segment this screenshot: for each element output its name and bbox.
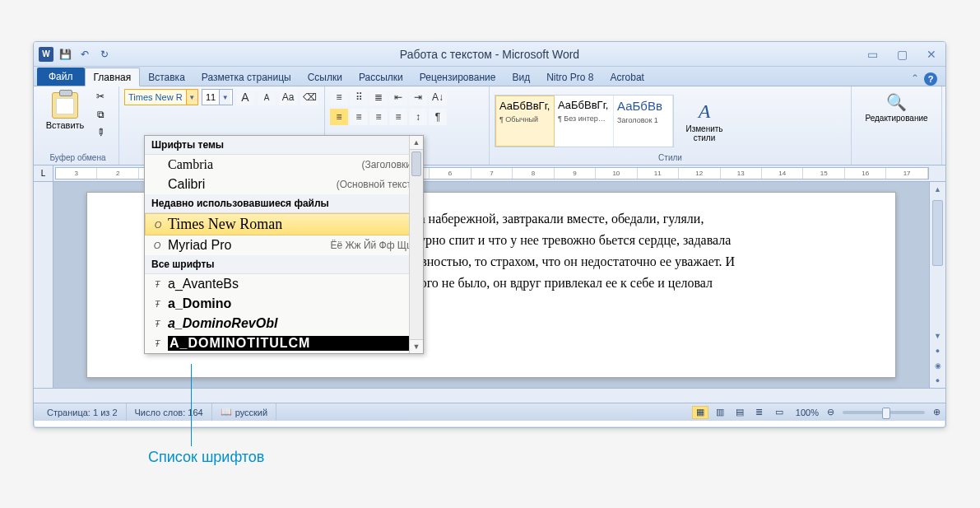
clipboard-icon	[52, 92, 78, 119]
cut-icon[interactable]	[93, 89, 108, 104]
editing-button[interactable]: 🔍 Редактирование	[860, 89, 934, 126]
font-family-value: Times New R	[125, 92, 186, 102]
zoom-slider[interactable]	[843, 411, 925, 414]
ribbon-minimize-icon[interactable]: ⌃	[911, 72, 919, 86]
all-fonts-header: Все шрифты	[145, 255, 423, 274]
styles-gallery[interactable]: АаБбВвГг, ¶ Обычный АаБбВвГг, ¶ Без инте…	[495, 95, 674, 147]
recent-font-times[interactable]: O Times New Roman	[145, 213, 423, 235]
tab-acrobat[interactable]: Acrobat	[602, 68, 653, 86]
status-wordcount[interactable]: Число слов: 164	[127, 403, 212, 421]
zoom-in-icon[interactable]: ⊕	[933, 407, 941, 417]
close-button[interactable]: ✕	[922, 48, 941, 61]
copy-icon[interactable]	[93, 107, 108, 122]
align-left-icon[interactable]: ≡	[330, 109, 348, 125]
maximize-button[interactable]: ▢	[893, 48, 911, 61]
line-spacing-icon[interactable]: ↕	[409, 109, 427, 125]
zoom-out-icon[interactable]: ⊖	[827, 407, 834, 417]
change-case-button[interactable]: Aa	[279, 89, 297, 105]
bullets-icon[interactable]: ≡	[330, 89, 348, 105]
tab-home[interactable]: Главная	[85, 68, 141, 86]
style-no-spacing[interactable]: АаБбВвГг, ¶ Без интер…	[555, 96, 614, 147]
scroll-thumb[interactable]	[932, 200, 943, 266]
dropdown-scroll-thumb[interactable]	[411, 151, 421, 176]
grow-font-button[interactable]: A	[236, 89, 254, 105]
redo-icon[interactable]: ↻	[96, 46, 113, 63]
justify-icon[interactable]: ≡	[389, 109, 407, 125]
tab-view[interactable]: Вид	[504, 68, 538, 86]
tab-selector[interactable]: L	[34, 165, 53, 181]
vertical-scrollbar[interactable]: ▲ ▼ ● ◉ ●	[929, 182, 945, 388]
dropdown-scroll-up-icon[interactable]: ▲	[410, 136, 423, 150]
tab-page-layout[interactable]: Разметка страницы	[193, 68, 300, 86]
horizontal-scrollbar[interactable]	[34, 388, 945, 403]
numbering-icon[interactable]: ⠿	[350, 89, 368, 105]
sort-icon[interactable]: A↓	[429, 89, 447, 105]
view-outline-icon[interactable]: ≣	[751, 406, 768, 419]
font-family-combo[interactable]: Times New R ▼	[124, 89, 198, 105]
recent-font-myriad[interactable]: O Myriad Pro Ёё Жж Йй Фф Щщ	[145, 235, 423, 255]
font-domino[interactable]: Ŧ a_Domino	[145, 294, 423, 314]
indent-inc-icon[interactable]: ⇥	[409, 89, 427, 105]
doc-line: , что дурно спит и что у нее тревожно бь…	[383, 231, 871, 250]
tab-insert[interactable]: Вставка	[140, 68, 193, 86]
theme-font-calibri[interactable]: Calibri (Основной текст)	[145, 175, 423, 194]
recent-fonts-header: Недавно использовавшиеся файлы	[145, 194, 423, 213]
clipboard-group-label: Буфер обмена	[42, 153, 114, 164]
binoculars-icon: 🔍	[886, 92, 907, 112]
clear-format-icon[interactable]: ⌫	[300, 89, 318, 105]
titlebar: W 💾 ↶ ↻ Работа с текстом - Microsoft Wor…	[34, 42, 945, 67]
font-dominorevobl[interactable]: Ŧ a_DominoRevObl	[145, 314, 423, 333]
minimize-button[interactable]: ▭	[863, 48, 881, 61]
group-editing: 🔍 Редактирование	[852, 86, 942, 165]
dropdown-scroll-down-icon[interactable]: ▼	[410, 339, 423, 353]
scroll-up-icon[interactable]: ▲	[930, 182, 945, 197]
show-marks-icon[interactable]: ¶	[429, 109, 447, 125]
indent-dec-icon[interactable]: ⇤	[389, 89, 407, 105]
scroll-down-icon[interactable]: ▼	[930, 329, 945, 343]
opentype-icon: O	[151, 220, 165, 230]
status-language[interactable]: 📖 русский	[212, 403, 276, 421]
save-icon[interactable]: 💾	[57, 46, 73, 63]
status-page[interactable]: Страница: 1 из 2	[39, 403, 127, 421]
font-size-value: 11	[202, 92, 219, 102]
tab-review[interactable]: Рецензирование	[411, 68, 504, 86]
align-right-icon[interactable]: ≡	[369, 109, 388, 125]
theme-font-cambria[interactable]: Cambria (Заголовки)	[145, 155, 423, 175]
change-styles-button[interactable]: A Изменить стили	[679, 97, 730, 146]
vertical-ruler[interactable]	[34, 182, 53, 388]
paste-button[interactable]: Вставить	[42, 89, 88, 133]
undo-icon[interactable]: ↶	[77, 46, 93, 63]
font-dropdown-panel: Шрифты темы Cambria (Заголовки) Calibri …	[144, 135, 424, 354]
scroll-track[interactable]	[930, 197, 945, 329]
dropdown-scrollbar[interactable]: ▲ ▼	[409, 136, 423, 353]
font-size-combo[interactable]: 11 ▼	[202, 89, 233, 105]
tab-nitro[interactable]: Nitro Pro 8	[538, 68, 601, 86]
style-heading1[interactable]: АаБбВв Заголовок 1	[614, 96, 673, 147]
font-avantebs[interactable]: Ŧ a_AvanteBs	[145, 274, 423, 294]
view-full-screen-icon[interactable]: ▥	[712, 406, 728, 419]
font-size-dropdown-icon[interactable]: ▼	[219, 90, 230, 105]
doc-line: я то ревностью, то страхом, что он недос…	[383, 252, 871, 272]
font-family-dropdown-icon[interactable]: ▼	[186, 90, 197, 105]
group-styles: АаБбВвГг, ¶ Обычный АаБбВвГг, ¶ Без инте…	[490, 86, 852, 165]
statusbar: Страница: 1 из 2 Число слов: 164 📖 русск…	[34, 403, 945, 421]
tab-mailings[interactable]: Рассылки	[351, 68, 411, 86]
multilevel-icon[interactable]: ≣	[369, 89, 388, 105]
align-center-icon[interactable]: ≡	[350, 109, 368, 125]
browse-icon[interactable]: ◉	[930, 358, 945, 373]
tab-references[interactable]: Ссылки	[300, 68, 351, 86]
font-dominotitulcm[interactable]: Ŧ A_DOMINOTITULCM	[145, 333, 423, 353]
style-normal[interactable]: АаБбВвГг, ¶ Обычный	[495, 96, 555, 147]
view-print-layout-icon[interactable]: ▦	[692, 406, 708, 419]
group-clipboard: Вставить Буфер обмена	[37, 86, 119, 165]
view-draft-icon[interactable]: ▭	[771, 406, 787, 419]
view-web-icon[interactable]: ▤	[732, 406, 748, 419]
prev-page-icon[interactable]: ●	[930, 343, 945, 358]
help-icon[interactable]: ?	[924, 72, 937, 86]
next-page-icon[interactable]: ●	[930, 373, 945, 388]
opentype-icon: O	[150, 240, 165, 250]
format-painter-icon[interactable]	[93, 125, 108, 140]
shrink-font-button[interactable]: A	[258, 89, 276, 105]
zoom-value[interactable]: 100%	[791, 408, 824, 417]
tab-file[interactable]: Файл	[37, 68, 85, 86]
